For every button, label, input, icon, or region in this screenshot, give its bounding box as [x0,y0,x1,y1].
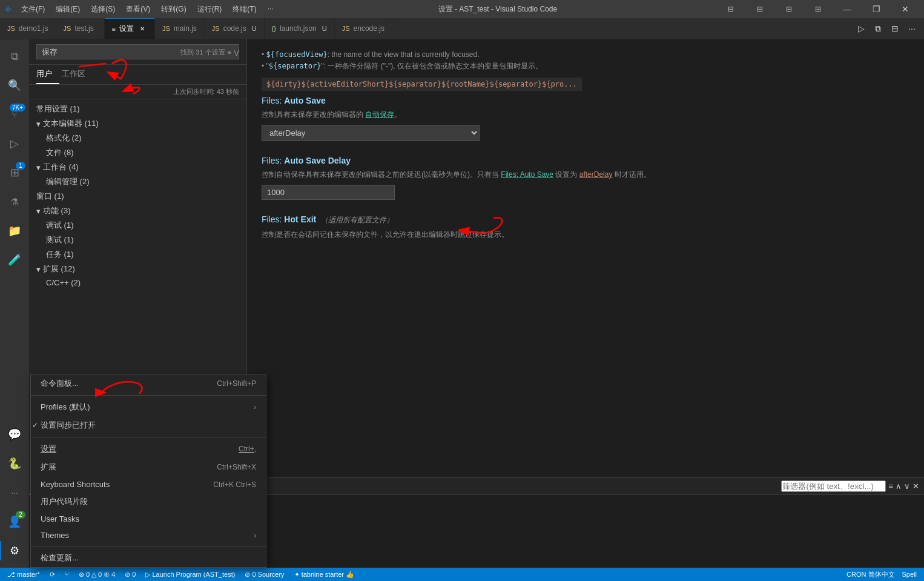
modified-indicator: U [322,25,327,32]
activity-account[interactable]: 👤 2 [0,507,29,536]
statusbar-fork[interactable]: ⑂ [62,568,71,581]
menu-more[interactable]: ··· [263,3,279,16]
tree-text-editor[interactable]: ▾ 文本编辑器 (11) [29,116,246,131]
menu-settings-sync[interactable]: ✓ 设置同步已打开 [31,416,266,434]
panel-down-icon[interactable]: ∨ [904,482,910,491]
menu-edit[interactable]: 编辑(E) [51,3,85,16]
tree-files[interactable]: 文件 (8) [29,145,246,160]
tab-test[interactable]: JS test.js [56,18,105,39]
shield-count: 0 [132,571,136,578]
menu-check-updates[interactable]: 检查更新... [31,549,266,567]
menu-file[interactable]: 文件(F) [16,3,50,16]
tab-settings[interactable]: ≡ 设置 ✕ [105,18,155,39]
activity-chat[interactable]: 💬 [0,420,29,449]
statusbar-errors[interactable]: ⊗ 0 △ 0 ④ 4 [76,568,117,581]
tab-user[interactable]: 用户 [36,65,59,84]
panel-up-icon[interactable]: ∧ [896,482,902,491]
menu-profiles[interactable]: Profiles (默认) › [31,398,266,416]
activity-source-control[interactable]: ⑂ 7K+ [0,100,29,129]
minimize-btn[interactable]: — [833,0,861,18]
submenu-arrow-icon: › [254,531,256,540]
menu-select[interactable]: 选择(S) [86,3,120,16]
statusbar-lang[interactable]: CRON 简体中文 [844,570,897,579]
activity-folder[interactable]: 📁 [0,216,29,245]
menu-keyboard-shortcuts[interactable]: Keyboard Shortcuts Ctrl+K Ctrl+S [31,476,266,493]
run-button[interactable]: ▷ [854,21,868,36]
statusbar-sourcery[interactable]: ⊘ 0 Sourcery [242,568,286,581]
activity-run[interactable]: ▷ [0,129,29,158]
tab-demo1[interactable]: JS demo1.js [0,18,56,39]
menu-run[interactable]: 运行(R) [193,3,227,16]
statusbar-shield[interactable]: ⊘ 0 [122,568,138,581]
clear-icon[interactable]: ⋁ [234,48,239,56]
activity-extra[interactable]: 🧪 [0,245,29,274]
tab-main[interactable]: JS main.js [155,18,205,39]
tree-edit-management[interactable]: 编辑管理 (2) [29,174,246,189]
activity-more[interactable]: ··· [0,478,29,507]
menu-view[interactable]: 查看(V) [121,3,155,16]
filter-icon[interactable]: ≡ [228,48,231,56]
menu-settings[interactable]: 设置 Ctrl+, [31,440,266,458]
statusbar-branch[interactable]: ⎇ master* [5,568,42,581]
menu-command-palette[interactable]: 命令面板... Ctrl+Shift+P [31,374,266,393]
more-actions-btn[interactable]: ··· [905,21,919,36]
settings-count: 找到 31 个设置 ≡ ⋁ [180,47,239,56]
statusbar-spell[interactable]: Spell [900,571,919,578]
activity-extensions[interactable]: ⊞ 1 [0,158,29,187]
panel-filter-icon[interactable]: ≡ [888,482,893,491]
tab-encode[interactable]: JS encode.js [335,18,392,39]
tab-launch[interactable]: {} launch.json U [265,18,335,39]
tree-features[interactable]: ▾ 功能 (3) [29,204,246,218]
tab-close-btn[interactable]: ✕ [137,24,147,34]
tree-formatting[interactable]: 格式化 (2) [29,131,246,145]
tree-tasks[interactable]: 任务 (1) [29,247,246,262]
activity-python[interactable]: 🐍 [0,449,29,478]
panel-close-icon[interactable]: ✕ [912,482,919,491]
auto-save-link[interactable]: 自动保存 [365,110,394,119]
maximize-btn[interactable]: ❐ [862,0,890,18]
auto-save-delay-input[interactable] [262,185,395,200]
custom-layout-btn[interactable]: ⊟ [804,0,832,18]
tree-debug[interactable]: 调试 (1) [29,218,246,233]
activity-gear[interactable]: ⚙ [0,536,29,565]
tree-workbench[interactable]: ▾ 工作台 (4) [29,160,246,174]
close-btn[interactable]: ✕ [891,0,919,18]
statusbar-tabnine[interactable]: ✦ tabnine starter 👍 [292,568,357,581]
fullscreen-btn[interactable]: ⊟ [775,0,803,18]
afterdelay-link[interactable]: afterDelay [579,170,613,179]
statusbar-launch[interactable]: ▷ Launch Program (AST_test) [143,568,237,581]
menu-themes[interactable]: Themes › [31,527,266,543]
activity-explorer[interactable]: ⧉ [0,42,29,71]
launch-label: Launch Program (AST_test) [152,571,235,578]
menu-extensions[interactable]: 扩展 Ctrl+Shift+X [31,458,266,476]
auto-save-link2[interactable]: Files: Auto Save [501,170,553,179]
titlebar-menu[interactable]: 文件(F) 编辑(E) 选择(S) 查看(V) 转到(G) 运行(R) 终端(T… [16,3,279,16]
activity-testing[interactable]: ⚗ [0,187,29,216]
tab-code[interactable]: JS code.js U [205,18,265,39]
menu-user-tasks[interactable]: User Tasks [31,511,266,527]
sidebar-layout-btn[interactable]: ⊟ [717,0,745,18]
window-controls[interactable]: ⊟ ⊟ ⊟ ⊟ — ❐ ✕ [717,0,919,18]
account-badge: 2 [16,511,25,519]
hot-exit-subtitle: （适用所有配置文件） [321,216,394,224]
tree-common[interactable]: 常用设置 (1) [29,102,246,116]
menu-goto[interactable]: 转到(G) [156,3,191,16]
menu-user-snippets[interactable]: 用户代码片段 [31,493,266,511]
panel-filter-input[interactable] [781,480,886,492]
tree-cpp[interactable]: C/C++ (2) [29,276,246,289]
split-editor-btn[interactable]: ⧉ [871,21,885,36]
auto-save-select[interactable]: afterDelay off onFocusChange onWindowCha… [262,125,480,141]
tree-extensions[interactable]: ▾ 扩展 (12) [29,262,246,276]
menu-terminal[interactable]: 终端(T) [228,3,261,16]
tree-window[interactable]: 窗口 (1) [29,189,246,204]
tree-label: 编辑管理 (2) [46,176,90,187]
panel-layout-btn[interactable]: ⊟ [746,0,774,18]
activity-search[interactable]: 🔍 [0,71,29,100]
warning-count: 0 [98,571,102,578]
setting-auto-save-delay: Files: Auto Save Delay 控制自动保存具有未保存更改的编辑器… [262,156,909,200]
tab-workspace[interactable]: 工作区 [62,65,93,84]
statusbar-sync[interactable]: ⟳ [47,568,58,581]
toggle-panel-btn[interactable]: ⊟ [888,21,902,36]
tree-test[interactable]: 测试 (1) [29,233,246,247]
shield-icon: ⊘ [125,571,130,579]
